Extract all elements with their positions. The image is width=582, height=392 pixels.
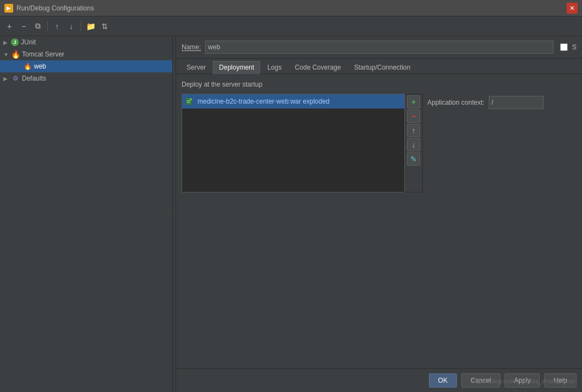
folder-button[interactable]: 📁 bbox=[84, 20, 97, 32]
tab-code-coverage[interactable]: Code Coverage bbox=[289, 61, 347, 73]
main-container: + − ⧉ ↑ ↓ 📁 ⇅ ▶ J JUnit ▼ 🔥 Tomcat Serve… bbox=[0, 16, 582, 392]
watermark: https://blog.csdn.net/java_zhangshihai bbox=[472, 378, 574, 384]
sort-button[interactable]: ⇅ bbox=[99, 20, 111, 32]
add-config-button[interactable]: + bbox=[3, 20, 15, 32]
war-exploded-icon bbox=[185, 97, 194, 106]
app-context-label: Application context: bbox=[427, 99, 484, 106]
close-button[interactable]: ✕ bbox=[567, 3, 578, 14]
deploy-area: medicine-b2c-trade-center-web:war explod… bbox=[182, 94, 577, 192]
deployment-tab-content: Deploy at the server startup bbox=[176, 74, 582, 368]
name-row: Name: S bbox=[176, 36, 582, 59]
copy-config-button[interactable]: ⧉ bbox=[32, 20, 44, 32]
toolbar: + − ⧉ ↑ ↓ 📁 ⇅ bbox=[0, 16, 582, 36]
tomcat-arrow: ▼ bbox=[3, 52, 9, 58]
move-down-button[interactable]: ↓ bbox=[65, 20, 77, 32]
sidebar-item-defaults[interactable]: ▶ ⚙ Defaults bbox=[0, 72, 172, 84]
title-bar-text: Run/Debug Configurations bbox=[16, 4, 94, 12]
move-up-button[interactable]: ↑ bbox=[51, 20, 63, 32]
ok-button[interactable]: OK bbox=[429, 373, 457, 388]
name-label: Name: bbox=[182, 43, 201, 51]
sidebar-item-tomcat[interactable]: ▼ 🔥 Tomcat Server bbox=[0, 48, 172, 60]
sidebar-item-junit-label: JUnit bbox=[21, 38, 36, 46]
tomcat-icon: 🔥 bbox=[11, 50, 20, 59]
app-context-row: Application context: bbox=[427, 96, 572, 109]
app-icon: ▶ bbox=[4, 4, 13, 13]
right-panel: Name: S Server Deployment Logs Code Cove… bbox=[176, 36, 582, 392]
svg-rect-2 bbox=[187, 100, 190, 101]
content-area: ▶ J JUnit ▼ 🔥 Tomcat Server 🔥 web ▶ ⚙ De… bbox=[0, 36, 582, 392]
share-checkbox[interactable] bbox=[560, 43, 568, 51]
share-label: S bbox=[572, 43, 577, 51]
deploy-side-buttons: + − ↑ ↓ ✎ bbox=[405, 94, 423, 192]
sidebar-item-web-label: web bbox=[34, 63, 46, 70]
sidebar-item-junit[interactable]: ▶ J JUnit bbox=[0, 36, 172, 48]
tab-logs[interactable]: Logs bbox=[261, 61, 287, 73]
tab-deployment[interactable]: Deployment bbox=[213, 61, 260, 74]
defaults-arrow: ▶ bbox=[3, 76, 9, 82]
sidebar-item-defaults-label: Defaults bbox=[22, 75, 46, 82]
app-context-area: Application context: bbox=[423, 94, 577, 192]
title-bar-left: ▶ Run/Debug Configurations bbox=[4, 4, 94, 13]
tab-bar: Server Deployment Logs Code Coverage Sta… bbox=[176, 59, 582, 74]
junit-arrow: ▶ bbox=[3, 39, 9, 46]
sidebar: ▶ J JUnit ▼ 🔥 Tomcat Server 🔥 web ▶ ⚙ De… bbox=[0, 36, 173, 392]
toolbar-separator-1 bbox=[47, 21, 48, 31]
toolbar-separator-2 bbox=[81, 21, 81, 31]
name-input[interactable] bbox=[205, 41, 553, 54]
title-bar: ▶ Run/Debug Configurations ✕ bbox=[0, 0, 582, 16]
deploy-edit-button[interactable]: ✎ bbox=[407, 152, 420, 166]
tab-server[interactable]: Server bbox=[180, 61, 212, 73]
sidebar-item-web[interactable]: 🔥 web bbox=[0, 60, 172, 72]
deploy-move-down-button[interactable]: ↓ bbox=[407, 138, 420, 151]
deploy-add-button[interactable]: + bbox=[407, 95, 420, 109]
remove-config-button[interactable]: − bbox=[18, 20, 30, 32]
app-context-input[interactable] bbox=[489, 96, 544, 109]
deploy-label: Deploy at the server startup bbox=[182, 81, 577, 88]
svg-rect-3 bbox=[187, 102, 190, 103]
deploy-list-item[interactable]: medicine-b2c-trade-center-web:war explod… bbox=[182, 94, 404, 109]
defaults-icon: ⚙ bbox=[11, 74, 20, 83]
deploy-remove-button[interactable]: − bbox=[407, 110, 420, 123]
sidebar-item-tomcat-label: Tomcat Server bbox=[22, 50, 64, 58]
web-icon: 🔥 bbox=[23, 62, 32, 71]
deploy-item-label: medicine-b2c-trade-center-web:war explod… bbox=[197, 98, 330, 105]
svg-rect-1 bbox=[190, 98, 192, 100]
deploy-move-up-button[interactable]: ↑ bbox=[407, 124, 420, 137]
junit-icon: J bbox=[11, 38, 19, 46]
deploy-list: medicine-b2c-trade-center-web:war explod… bbox=[182, 94, 405, 192]
tab-startup-connection[interactable]: Startup/Connection bbox=[348, 61, 416, 73]
